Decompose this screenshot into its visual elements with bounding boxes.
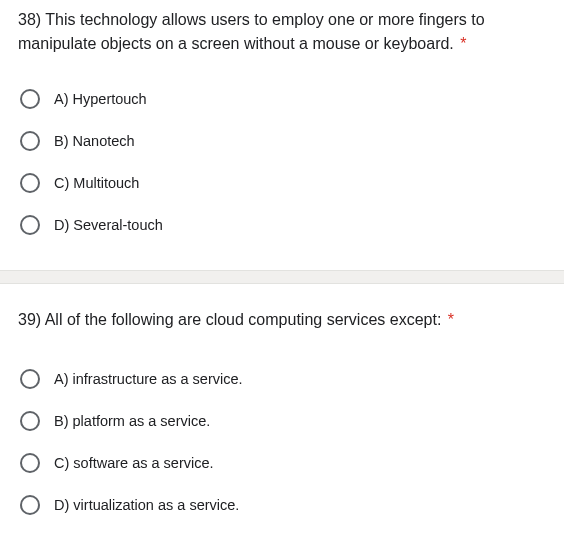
- option-label: A) Hypertouch: [54, 89, 147, 109]
- question-title: 38) This technology allows users to empl…: [18, 8, 546, 64]
- radio-icon: [20, 89, 40, 109]
- option-row[interactable]: B) platform as a service.: [18, 400, 546, 442]
- option-label: C) Multitouch: [54, 173, 139, 193]
- option-label: A) infrastructure as a service.: [54, 369, 243, 389]
- radio-icon: [20, 131, 40, 151]
- option-label: D) virtualization as a service.: [54, 495, 239, 515]
- option-row[interactable]: C) Multitouch: [18, 162, 546, 204]
- radio-icon: [20, 411, 40, 431]
- question-title: 39) All of the following are cloud compu…: [18, 308, 546, 340]
- option-row[interactable]: D) virtualization as a service.: [18, 484, 546, 526]
- question-text: This technology allows users to employ o…: [18, 11, 485, 52]
- radio-icon: [20, 453, 40, 473]
- question-card: 39) All of the following are cloud compu…: [0, 284, 564, 526]
- option-label: C) software as a service.: [54, 453, 214, 473]
- question-card: 38) This technology allows users to empl…: [0, 0, 564, 270]
- radio-icon: [20, 495, 40, 515]
- option-row[interactable]: A) infrastructure as a service.: [18, 358, 546, 400]
- required-asterisk: *: [448, 311, 454, 328]
- card-divider: [0, 270, 564, 284]
- required-asterisk: *: [460, 35, 466, 52]
- option-row[interactable]: A) Hypertouch: [18, 78, 546, 120]
- option-label: B) Nanotech: [54, 131, 135, 151]
- option-label: B) platform as a service.: [54, 411, 210, 431]
- option-row[interactable]: C) software as a service.: [18, 442, 546, 484]
- question-text: All of the following are cloud computing…: [45, 311, 442, 328]
- question-number: 39): [18, 311, 41, 328]
- option-label: D) Several-touch: [54, 215, 163, 235]
- option-row[interactable]: B) Nanotech: [18, 120, 546, 162]
- options-group: A) Hypertouch B) Nanotech C) Multitouch …: [18, 78, 546, 246]
- option-row[interactable]: D) Several-touch: [18, 204, 546, 246]
- question-number: 38): [18, 11, 41, 28]
- radio-icon: [20, 173, 40, 193]
- radio-icon: [20, 369, 40, 389]
- radio-icon: [20, 215, 40, 235]
- options-group: A) infrastructure as a service. B) platf…: [18, 358, 546, 526]
